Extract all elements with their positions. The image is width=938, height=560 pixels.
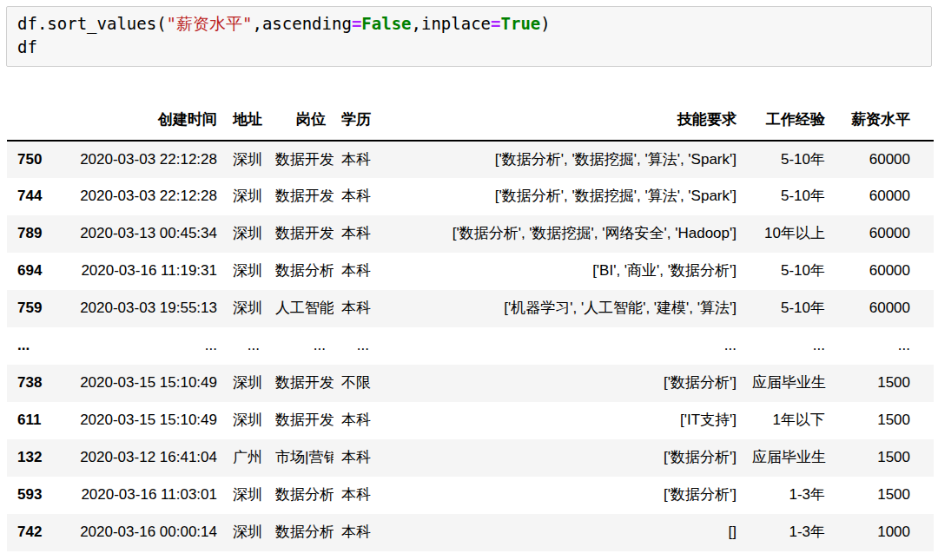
table-cell: 本科 — [334, 253, 377, 290]
table-cell: 广州 — [225, 439, 268, 477]
code-token-plain: ,ascending — [252, 14, 351, 33]
table-cell: 数据开发 — [268, 178, 334, 215]
table-cell: 10年以上 — [744, 215, 833, 253]
table-cell: 深圳 — [225, 215, 268, 253]
row-index: 744 — [7, 178, 55, 215]
table-cell: 深圳 — [225, 290, 268, 327]
table-cell: 1500 — [833, 477, 934, 514]
header-row: 创建时间地址岗位学历技能要求工作经验薪资水平 — [7, 101, 934, 141]
table-row: 1322020-03-12 16:41:04广州市场|营销本科['数据分析']应… — [7, 439, 934, 477]
column-header: 地址 — [225, 101, 268, 141]
row-index: 759 — [7, 290, 55, 327]
table-cell: 应届毕业生 — [744, 439, 833, 477]
code-token-plain: df — [17, 37, 37, 56]
table-cell: 1500 — [833, 365, 934, 402]
table-cell: 1-3年 — [744, 514, 833, 551]
table-cell: 深圳 — [225, 365, 268, 402]
table-cell: 本科 — [334, 477, 377, 514]
table-cell: 应届毕业生 — [744, 365, 833, 402]
table-row: 6942020-03-16 11:19:31深圳数据分析本科['BI', '商业… — [7, 253, 934, 290]
column-header: 薪资水平 — [833, 101, 934, 141]
code-token-keyword: True — [501, 14, 541, 33]
row-index: 593 — [7, 477, 55, 514]
row-index: ... — [7, 327, 55, 365]
table-cell: [] — [377, 514, 744, 551]
table-cell: 2020-03-16 11:03:01 — [55, 477, 225, 514]
code-token-plain: ,inplace — [412, 14, 492, 33]
table-cell: ... — [744, 327, 833, 365]
table-cell: 数据开发 — [268, 215, 334, 253]
table-cell: 5-10年 — [744, 253, 833, 290]
table-cell: 数据开发 — [268, 402, 334, 439]
table-cell: 深圳 — [225, 514, 268, 551]
column-header: 岗位 — [268, 101, 334, 141]
dataframe-table: 创建时间地址岗位学历技能要求工作经验薪资水平 7502020-03-03 22:… — [7, 101, 934, 551]
table-cell: ['数据分析', '数据挖掘', '网络安全', 'Hadoop'] — [377, 215, 744, 253]
table-cell: 1-3年 — [744, 477, 833, 514]
column-header: 学历 — [334, 101, 377, 141]
table-cell: 数据开发 — [268, 141, 334, 178]
table-cell: ['机器学习', '人工智能', '建模', '算法'] — [377, 290, 744, 327]
table-cell: 60000 — [833, 215, 934, 253]
table-cell: 市场|营销 — [268, 439, 334, 477]
table-cell: ... — [268, 327, 334, 365]
table-cell: 2020-03-12 16:41:04 — [55, 439, 225, 477]
table-cell: 深圳 — [225, 141, 268, 178]
table-cell: 2020-03-15 15:10:49 — [55, 365, 225, 402]
table-cell: 数据分析 — [268, 253, 334, 290]
code-line: df — [17, 36, 922, 59]
table-cell: 2020-03-13 00:45:34 — [55, 215, 225, 253]
table-cell: ['BI', '商业', '数据分析'] — [377, 253, 744, 290]
table-cell: 本科 — [334, 514, 377, 551]
table-cell: 本科 — [334, 290, 377, 327]
table-cell: ... — [55, 327, 225, 365]
table-cell: 60000 — [833, 141, 934, 178]
table-row: 7592020-03-03 19:55:13深圳人工智能本科['机器学习', '… — [7, 290, 934, 327]
table-cell: 2020-03-15 15:10:49 — [55, 402, 225, 439]
column-header: 创建时间 — [55, 101, 225, 141]
code-token-operator: = — [352, 14, 361, 33]
table-cell: 1500 — [833, 402, 934, 439]
table-cell: 1年以下 — [744, 402, 833, 439]
code-input-area[interactable]: df.sort_values("薪资水平",ascending=False,in… — [6, 6, 932, 67]
table-cell: 2020-03-03 19:55:13 — [55, 290, 225, 327]
code-line: df.sort_values("薪资水平",ascending=False,in… — [17, 12, 922, 36]
column-header: 工作经验 — [744, 101, 833, 141]
table-cell: 1500 — [833, 439, 934, 477]
table-row: 6112020-03-15 15:10:49深圳数据开发本科['IT支持']1年… — [7, 402, 934, 439]
table-cell: ['IT支持'] — [377, 402, 744, 439]
table-cell: 本科 — [334, 215, 377, 253]
table-row: 7382020-03-15 15:10:49深圳数据开发不限['数据分析']应届… — [7, 365, 934, 402]
table-cell: 深圳 — [225, 402, 268, 439]
table-cell: 2020-03-16 00:00:14 — [55, 514, 225, 551]
code-token-string: "薪资水平" — [167, 14, 253, 33]
column-header: 技能要求 — [377, 101, 744, 141]
table-cell: ['数据分析'] — [377, 477, 744, 514]
table-cell: 不限 — [334, 365, 377, 402]
table-cell: 5-10年 — [744, 178, 833, 215]
row-index: 738 — [7, 365, 55, 402]
table-cell: 深圳 — [225, 253, 268, 290]
row-index: 750 — [7, 141, 55, 178]
table-cell: 本科 — [334, 178, 377, 215]
table-cell: ... — [334, 327, 377, 365]
table-cell: 人工智能 — [268, 290, 334, 327]
row-index: 742 — [7, 514, 55, 551]
code-token-plain: ) — [540, 14, 550, 33]
code-content: df.sort_values("薪资水平",ascending=False,in… — [17, 12, 922, 59]
table-row: 7442020-03-03 22:12:28深圳数据开发本科['数据分析', '… — [7, 178, 934, 215]
table-cell: ['数据分析', '数据挖掘', '算法', 'Spark'] — [377, 141, 744, 178]
code-token-operator: = — [491, 14, 500, 33]
table-cell: ... — [225, 327, 268, 365]
row-index: 694 — [7, 253, 55, 290]
table-cell: ['数据分析'] — [377, 365, 744, 402]
table-cell: 2020-03-03 22:12:28 — [55, 178, 225, 215]
row-index: 789 — [7, 215, 55, 253]
table-row: ........................ — [7, 327, 934, 365]
table-cell: 5-10年 — [744, 290, 833, 327]
table-row: 7892020-03-13 00:45:34深圳数据开发本科['数据分析', '… — [7, 215, 934, 253]
table-cell: 1000 — [833, 514, 934, 551]
table-cell: ['数据分析'] — [377, 439, 744, 477]
table-cell: 本科 — [334, 439, 377, 477]
index-column-header — [7, 101, 55, 141]
